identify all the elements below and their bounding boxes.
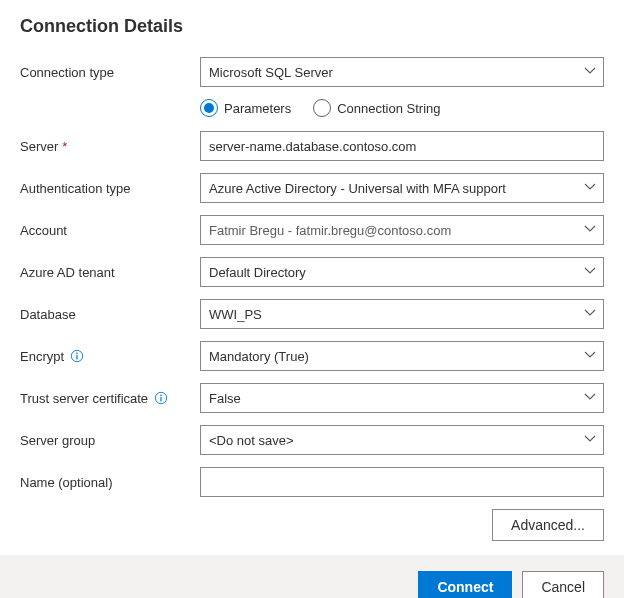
account-value: Fatmir Bregu - fatmir.bregu@contoso.com [209, 223, 575, 238]
info-icon[interactable] [70, 349, 84, 363]
connection-string-radio-label: Connection String [337, 101, 440, 116]
connection-type-label: Connection type [20, 65, 200, 80]
server-group-label: Server group [20, 433, 200, 448]
panel-title: Connection Details [20, 16, 604, 37]
encrypt-label: Encrypt [20, 349, 64, 364]
database-value: WWI_PS [209, 307, 575, 322]
trust-cert-select[interactable]: False [200, 383, 604, 413]
name-optional-input[interactable] [200, 467, 604, 497]
server-group-select[interactable]: <Do not save> [200, 425, 604, 455]
info-icon[interactable] [154, 391, 168, 405]
auth-type-select[interactable]: Azure Active Directory - Universal with … [200, 173, 604, 203]
connection-string-radio[interactable]: Connection String [313, 99, 440, 117]
parameters-radio[interactable]: Parameters [200, 99, 291, 117]
connection-type-value: Microsoft SQL Server [209, 65, 575, 80]
trust-cert-value: False [209, 391, 575, 406]
server-label: Server* [20, 139, 200, 154]
svg-rect-5 [160, 397, 161, 401]
advanced-button[interactable]: Advanced... [492, 509, 604, 541]
parameters-radio-label: Parameters [224, 101, 291, 116]
server-input[interactable] [200, 131, 604, 161]
dialog-footer: Connect Cancel [0, 555, 624, 598]
required-asterisk-icon: * [62, 139, 67, 154]
tenant-label: Azure AD tenant [20, 265, 200, 280]
auth-type-value: Azure Active Directory - Universal with … [209, 181, 575, 196]
database-select[interactable]: WWI_PS [200, 299, 604, 329]
database-label: Database [20, 307, 200, 322]
trust-cert-label: Trust server certificate [20, 391, 148, 406]
account-select[interactable]: Fatmir Bregu - fatmir.bregu@contoso.com [200, 215, 604, 245]
input-mode-radiogroup: Parameters Connection String [200, 99, 604, 117]
encrypt-select[interactable]: Mandatory (True) [200, 341, 604, 371]
account-label: Account [20, 223, 200, 238]
auth-type-label: Authentication type [20, 181, 200, 196]
name-optional-label: Name (optional) [20, 475, 200, 490]
server-group-value: <Do not save> [209, 433, 575, 448]
encrypt-value: Mandatory (True) [209, 349, 575, 364]
tenant-select[interactable]: Default Directory [200, 257, 604, 287]
connect-button[interactable]: Connect [418, 571, 512, 598]
tenant-value: Default Directory [209, 265, 575, 280]
cancel-button[interactable]: Cancel [522, 571, 604, 598]
svg-point-4 [160, 395, 162, 397]
radio-unselected-icon [313, 99, 331, 117]
connection-type-select[interactable]: Microsoft SQL Server [200, 57, 604, 87]
svg-rect-2 [76, 355, 77, 359]
radio-selected-icon [200, 99, 218, 117]
svg-point-1 [76, 353, 78, 355]
